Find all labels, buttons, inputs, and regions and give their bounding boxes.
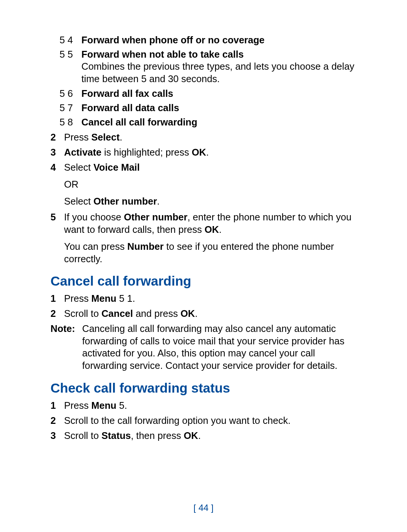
step-number: 5 <box>50 211 66 223</box>
step-text: Select Other number. <box>64 195 359 208</box>
step-text: You can press Number to see if you enter… <box>64 240 359 265</box>
menu-item-title: Forward when not able to take calls <box>81 48 359 61</box>
step-text: Scroll to Cancel and press OK. <box>64 307 359 320</box>
step-text-or: OR <box>64 178 359 191</box>
step-text: Activate is highlighted; press OK. <box>64 146 359 159</box>
step-text: Press Select. <box>64 131 359 144</box>
step-number: 2 <box>50 414 66 427</box>
step-number: 4 <box>50 161 66 174</box>
step-number: 2 <box>50 131 66 144</box>
step-number: 2 <box>50 307 66 320</box>
step-text: If you choose Other number, enter the ph… <box>64 211 359 235</box>
page-number: [ 44 ] <box>0 502 407 514</box>
menu-code: 5 4 <box>60 34 79 46</box>
menu-code: 5 6 <box>60 87 79 100</box>
step-text: Press Menu 5. <box>64 399 359 412</box>
manual-page: 5 4 Forward when phone off or no coverag… <box>0 0 407 532</box>
step-number: 1 <box>50 292 66 305</box>
step-number: 1 <box>50 399 66 412</box>
menu-item-title: Forward all data calls <box>81 102 359 114</box>
step-text: Select Voice Mail <box>64 161 359 174</box>
menu-item-desc: Combines the previous three types, and l… <box>81 60 359 85</box>
step-text: Scroll to Status, then press OK. <box>64 430 359 442</box>
menu-item-title: Forward all fax calls <box>81 87 359 100</box>
note-body: Canceling all call forwarding may also c… <box>82 323 359 372</box>
menu-item-title: Forward when phone off or no coverage <box>81 34 359 46</box>
step-number: 3 <box>50 146 66 159</box>
menu-code: 5 5 <box>60 48 79 61</box>
menu-code: 5 7 <box>60 102 79 114</box>
note-label: Note: <box>50 323 66 335</box>
section-heading-check-status: Check call forwarding status <box>50 380 230 397</box>
step-text: Press Menu 5 1. <box>64 292 359 305</box>
step-text: Scroll to the call forwarding option you… <box>64 414 359 427</box>
menu-code: 5 8 <box>60 116 79 128</box>
step-number: 3 <box>50 430 66 442</box>
menu-item-title: Cancel all call forwarding <box>81 116 359 128</box>
section-heading-cancel: Cancel call forwarding <box>50 273 191 290</box>
